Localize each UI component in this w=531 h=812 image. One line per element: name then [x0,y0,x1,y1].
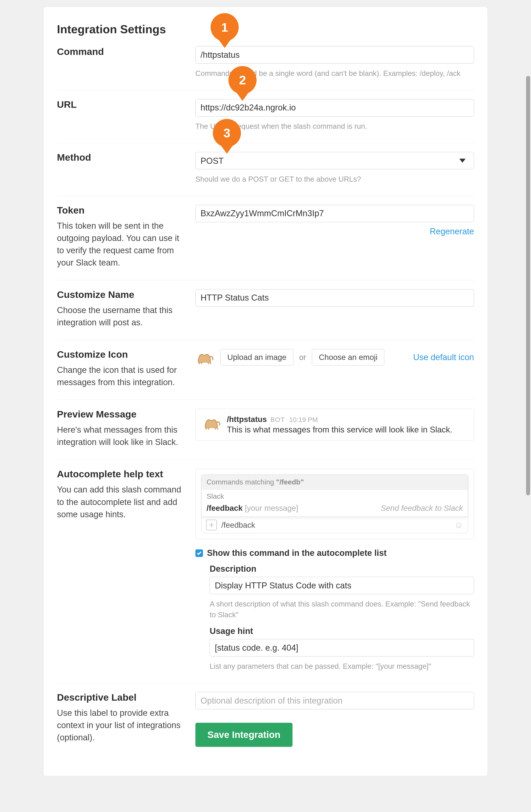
section-autocomplete: Autocomplete help text You can add this … [57,460,474,683]
callout-1: 1 [211,13,239,41]
command-input[interactable] [195,46,474,63]
method-hint: Should we do a POST or GET to the above … [195,174,474,185]
url-label: URL [57,99,186,110]
section-custom-icon: Customize Icon Change the icon that is u… [57,340,474,400]
section-command: Command 1 Commands should be a single wo… [57,46,474,90]
description-hint: A short description of what this slash c… [210,599,474,620]
autocomplete-item-desc: Send feedback to Slack [381,504,463,512]
autocomplete-item: /feedback [your message] Send feedback t… [201,502,468,517]
or-text: or [299,353,306,362]
autocomplete-matching-query: "/feedb" [276,478,304,486]
preview-bot-tag: BOT [270,416,285,423]
section-token: Token This token will be sent in the out… [57,196,474,280]
usage-label: Usage hint [210,626,474,636]
regenerate-link[interactable]: Regenerate [430,227,474,236]
default-icon-link[interactable]: Use default icon [413,352,474,362]
section-url: URL 2 The URL to request when the slash … [57,90,474,143]
autocomplete-input-row: + /feedback ☺ [201,517,468,533]
callout-2: 2 [228,66,256,94]
custom-icon-label: Customize Icon [57,349,186,360]
preview-bot-name: /httpstatus [227,415,267,423]
description-input[interactable] [210,577,474,594]
autocomplete-input-text: /feedback [221,521,255,530]
cat-icon [195,349,214,365]
autocomplete-matching-prefix: Commands matching [207,478,276,486]
upload-image-button[interactable]: Upload an image [220,349,293,365]
preview-time: 10:19 PM [289,416,318,423]
autocomplete-desc: You can add this slash command to the au… [57,483,186,520]
url-input[interactable] [195,99,474,116]
section-method: Method 3 POST Should we do a POST or GET… [57,143,474,196]
autocomplete-item-cmd: /feedback [207,504,242,512]
section-descriptive: Descriptive Label Use this label to prov… [57,683,474,758]
custom-icon-desc: Change the icon that is used for message… [57,364,186,389]
usage-input[interactable] [210,639,474,656]
preview-header: /httpstatus BOT 10:19 PM [227,415,452,424]
autocomplete-checkbox-label: Show this command in the autocomplete li… [207,548,387,558]
description-label: Description [210,564,474,574]
preview-label: Preview Message [57,409,186,420]
choose-emoji-button[interactable]: Choose an emoji [312,349,385,365]
custom-name-label: Customize Name [57,289,186,300]
autocomplete-widget: Commands matching "/feedb" Slack /feedba… [195,468,474,539]
cat-icon [202,415,222,431]
page-title: Integration Settings [57,23,474,36]
emoji-icon[interactable]: ☺ [454,520,463,530]
usage-hint: List any parameters that can be passed. … [210,661,474,672]
autocomplete-label: Autocomplete help text [57,468,186,480]
preview-box: /httpstatus BOT 10:19 PM This is what me… [195,409,474,440]
scrollbar[interactable] [526,76,530,495]
method-select[interactable]: POST [195,152,474,169]
callout-3: 3 [213,119,241,147]
token-label: Token [57,205,186,216]
descriptive-desc: Use this label to provide extra context … [57,707,186,744]
descriptive-label: Descriptive Label [57,692,186,703]
token-input[interactable] [195,205,474,222]
token-desc: This token will be sent in the outgoing … [57,220,186,269]
section-custom-name: Customize Name Choose the username that … [57,280,474,340]
chevron-down-icon [459,159,465,163]
section-preview: Preview Message Here's what messages fro… [57,400,474,460]
method-label: Method [57,152,186,163]
preview-desc: Here's what messages from this integrati… [57,424,186,448]
descriptive-input[interactable] [195,692,474,709]
preview-message: This is what messages from this service … [227,425,452,434]
custom-name-desc: Choose the username that this integratio… [57,304,186,329]
autocomplete-checkbox-row[interactable]: Show this command in the autocomplete li… [195,548,474,558]
plus-icon[interactable]: + [206,520,217,531]
autocomplete-header: Commands matching "/feedb" [201,475,468,490]
custom-name-input[interactable] [195,289,474,307]
autocomplete-item-hint: [your message] [242,504,298,512]
save-integration-button[interactable]: Save Integration [195,723,293,747]
checkbox-icon[interactable] [195,549,203,557]
command-label: Command [57,46,186,57]
settings-panel: Integration Settings Command 1 Commands … [43,7,488,776]
autocomplete-section: Slack [201,490,468,502]
